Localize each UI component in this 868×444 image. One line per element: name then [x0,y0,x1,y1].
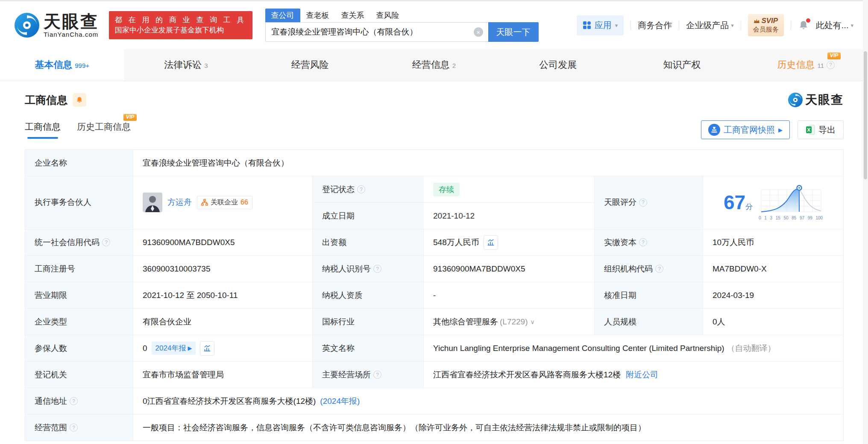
related-companies-chip[interactable]: 关联企业 66 [197,196,252,209]
subtab-row: 工商信息 VIP 历史工商信息 工商官网快照 ▶ [25,119,844,141]
table-row: 参保人数 0 2024年报 ▶ 英文名称 Yichun Langling Ent… [25,335,843,362]
arrow-right-icon: ▶ [188,345,192,351]
user-menu[interactable]: 此处有... ▾ [816,20,853,31]
tab-basic-info[interactable]: 基本信息 999+ [0,49,124,81]
industry-code: (L7229) [500,317,528,327]
related-companies-count: 66 [240,199,248,206]
enterprise-products-link[interactable]: 企业级产品 ▾ [686,20,734,31]
org-code-label: 组织机构代码 ? [595,256,703,282]
svip-member-button[interactable]: SVIP 会员服务 [748,14,784,36]
section-header: 工商信息 天眼查 [25,92,844,108]
subtab-business-info[interactable]: 工商信息 [25,121,61,139]
search-tab-relation[interactable]: 查关系 [335,9,370,22]
nearby-companies-link[interactable]: 附近公司 [626,369,658,380]
trend-chart-icon[interactable] [484,235,498,250]
official-snapshot-button[interactable]: 工商官网快照 ▶ [701,120,790,139]
help-icon[interactable]: ? [357,185,365,193]
scrollbar-thumb[interactable] [864,51,867,179]
company-type-value: 有限合伙企业 [133,309,313,335]
tianyan-score-value[interactable]: 67分 [703,176,843,228]
tab-operation-risk[interactable]: 经营风险 [248,49,372,81]
subscribe-bell-button[interactable] [73,93,86,107]
help-icon[interactable]: ? [70,397,78,405]
org-chart-icon [201,199,208,206]
tianyancha-logo[interactable]: 天眼查 TianYanCha.com [15,13,99,38]
tab-count: 11 [818,62,824,69]
subtab-history-business-info[interactable]: VIP 历史工商信息 [77,121,131,139]
table-row: 登记机关 宜春市市场监督管理局 主要经营场所 ? 江西省宜春经济技术开发区春风路… [25,362,843,388]
header-right: 应用 ▾ 商务合作 企业级产品 ▾ SVIP 会员服务 [577,14,853,36]
executive-partner-value: 方运舟 关联企业 66 [133,176,313,228]
reg-authority-value: 宜春市市场监督管理局 [133,362,313,388]
enterprise-products-label: 企业级产品 [686,20,729,31]
capital-value: 548万人民币 [424,229,595,255]
annual-report-chip[interactable]: 2024年报 ▶ [152,342,196,355]
help-icon[interactable]: ? [373,265,381,273]
business-info-table: 企业名称 宜春浪绫企业管理咨询中心（有限合伙） 执行事务合伙人 方运舟 [25,149,844,441]
tab-count: 3 [204,62,208,69]
partner-name-link[interactable]: 方运舟 [167,197,192,208]
table-row: 统一社会信用代码 ? 91360900MA7BDDW0X5 出资额 548万人民… [25,229,843,256]
annual-report-link[interactable]: (2024年报) [320,396,360,407]
chevron-down-icon: ▾ [731,22,734,29]
tab-intellectual-property[interactable]: 知识产权 [620,49,744,81]
svip-label: SVIP [761,17,778,25]
help-icon[interactable]: ? [70,424,78,432]
export-button[interactable]: 导出 [798,120,844,139]
search-tab-risk[interactable]: 查风险 [370,9,405,22]
tianyan-score-label: 天眼评分 ? [595,176,703,228]
partner-avatar[interactable] [143,193,162,212]
taxpayer-qualification-value: - [424,282,595,308]
help-icon[interactable]: ? [655,265,663,273]
search-submit-button[interactable]: 天眼一下 [488,22,539,42]
search-box: × [265,22,488,42]
score-unit: 分 [745,203,753,211]
tab-company-development[interactable]: 公司发展 [496,49,620,81]
paid-capital-label: 实缴资本 ? [595,229,703,255]
table-row: 成立日期 2021-10-12 [313,203,594,229]
establish-date-label: 成立日期 [313,203,424,229]
search-row: × 天眼一下 [265,22,539,42]
chevron-down-icon: ▾ [615,22,618,29]
help-icon[interactable]: ? [639,238,647,246]
search-tab-company[interactable]: 查公司 [265,9,300,22]
help-icon[interactable]: ? [102,238,110,246]
business-term-label: 营业期限 [25,282,133,308]
search-input[interactable] [271,27,474,37]
main-content: 工商信息 天眼查 工商信息 [0,81,868,444]
search-tabs: 查公司 查老板 查关系 查风险 [265,9,539,22]
paid-capital-value: 10万人民币 [703,229,843,255]
mini-chart-icon [487,239,495,246]
tianyancha-logo-icon [788,93,803,107]
search-tab-boss[interactable]: 查老板 [300,9,335,22]
industry-label: 国标行业 [313,309,424,335]
action-buttons: 工商官网快照 ▶ 导出 [701,120,844,139]
help-icon[interactable]: ? [639,199,647,207]
svip-service-label: 会员服务 [753,26,779,34]
promo-line1: 都 在 用 的 商 业 查 询 工 具 [115,15,246,25]
notifications-button[interactable] [798,20,809,31]
table-row: 登记状态 ? 存续 [313,176,594,203]
tab-history-info[interactable]: VIP 历史信息 11 ? [744,49,868,81]
promo-line2: 国家中小企业发展子基金旗下机构 [115,25,246,35]
business-cooperation-link[interactable]: 商务合作 [638,20,672,31]
business-site-label: 主要经营场所 ? [313,362,424,388]
table-row: 工商注册号 360900310003735 纳税人识别号 ? 91360900M… [25,256,843,282]
company-type-label: 企业类型 [25,309,133,335]
score-distribution-chart: 0131550859799100 [759,184,823,220]
tab-legal-litigation[interactable]: 法律诉讼 3 [124,49,248,81]
help-icon[interactable]: ? [827,61,835,69]
clear-search-icon[interactable]: × [474,27,483,37]
scrollbar[interactable] [863,0,868,444]
help-icon[interactable]: ? [373,371,381,379]
search-area: 查公司 查老板 查关系 查风险 × 天眼一下 [265,9,539,42]
industry-value[interactable]: 其他综合管理服务 (L7229) ∨ [424,309,595,335]
logo-en-text: TianYanCha.com [44,31,99,38]
trend-chart-icon[interactable] [200,341,214,356]
arrow-right-icon: ▶ [778,127,783,133]
bell-curve-chart [759,184,823,215]
apps-menu-button[interactable]: 应用 ▾ [577,15,624,35]
insured-count-value: 0 2024年报 ▶ [133,335,313,361]
business-term-value: 2021-10-12 至 2050-10-11 [133,282,313,308]
tab-operation-info[interactable]: 经营信息 2 [372,49,496,81]
